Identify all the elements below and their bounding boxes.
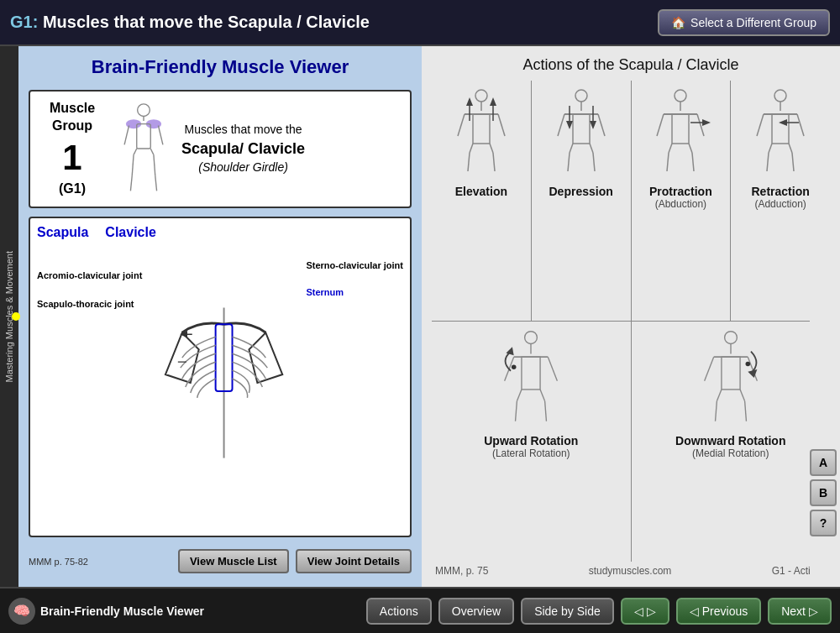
svg-line-38 <box>590 144 593 153</box>
bottom-logo-text: Brain-Friendly Muscle Viewer <box>40 604 204 618</box>
svg-rect-48 <box>672 114 689 144</box>
bottom-logo: 🧠 Brain-Friendly Muscle Viewer <box>8 598 204 625</box>
next-button[interactable]: Next ▷ <box>768 598 832 625</box>
retraction-label: Retraction <box>752 185 810 198</box>
svg-point-57 <box>774 90 786 102</box>
svg-line-36 <box>598 114 605 136</box>
svg-line-8 <box>150 149 154 154</box>
protraction-svg <box>647 87 714 180</box>
svg-line-39 <box>568 153 570 171</box>
svg-line-49 <box>657 114 664 136</box>
retraction-svg <box>747 87 814 180</box>
svg-rect-4 <box>137 124 151 149</box>
svg-point-80 <box>512 364 517 369</box>
svg-line-63 <box>769 144 772 153</box>
anatomy-title-labels: Scapula Clavicle <box>37 225 403 240</box>
muscle-group-description: Muscles that move the Scapula/ Clavicle … <box>181 122 305 175</box>
svg-line-90 <box>744 401 746 421</box>
actions-button[interactable]: Actions <box>366 598 432 625</box>
depression-svg <box>548 87 615 180</box>
muscle-group-id: (G1) <box>39 180 106 198</box>
brain-icon: 🧠 <box>8 598 35 625</box>
svg-line-37 <box>570 144 573 153</box>
svg-point-0 <box>138 104 150 117</box>
action-depression: Depression <box>531 81 631 321</box>
yellow-dot <box>12 312 20 321</box>
next-arrow-icon: ▷ <box>809 604 818 618</box>
svg-line-11 <box>154 155 155 176</box>
svg-line-88 <box>740 390 745 401</box>
view-muscle-list-button[interactable]: View Muscle List <box>178 549 289 573</box>
left-action-buttons: View Muscle List View Joint Details <box>178 549 412 573</box>
svg-line-21 <box>458 114 465 136</box>
muscle-group-label: MuscleGroup <box>50 101 95 133</box>
depression-figure <box>548 87 615 180</box>
nav-arrows-button[interactable]: ◁ ▷ <box>621 598 669 625</box>
svg-point-31 <box>575 90 587 102</box>
elevation-figure <box>448 87 515 180</box>
svg-line-64 <box>789 144 792 153</box>
svg-line-40 <box>593 153 595 171</box>
button-a[interactable]: A <box>810 449 837 476</box>
side-by-side-button[interactable]: Side by Side <box>521 598 614 625</box>
anatomy-left-labels: Acromio-clavicular joint Scapulo-thoraci… <box>37 243 142 522</box>
button-b[interactable]: B <box>810 479 837 506</box>
actions-top-row: Elevation <box>432 81 830 322</box>
scapulothoracic-label: Scapulo-thoracic joint <box>37 297 142 311</box>
svg-line-89 <box>715 401 717 421</box>
svg-marker-56 <box>702 119 711 126</box>
muscle-group-number: 1 <box>39 135 106 181</box>
previous-arrow-icon: ◁ <box>690 604 699 618</box>
svg-line-75 <box>517 390 522 401</box>
svg-line-62 <box>797 114 804 136</box>
view-joint-details-button[interactable]: View Joint Details <box>296 549 412 573</box>
svg-line-23 <box>470 144 473 153</box>
muscle-figure <box>114 102 173 195</box>
button-help[interactable]: ? <box>810 510 837 536</box>
left-panel: Brain-Friendly Muscle Viewer MuscleGroup… <box>18 46 422 587</box>
svg-line-22 <box>498 114 505 136</box>
svg-rect-84 <box>722 357 740 390</box>
svg-marker-44 <box>590 121 596 129</box>
svg-line-54 <box>692 153 694 171</box>
elevation-svg <box>448 87 515 180</box>
svg-line-85 <box>704 357 713 381</box>
overview-button[interactable]: Overview <box>438 598 514 625</box>
svg-rect-60 <box>772 114 789 144</box>
upward-rotation-svg <box>489 328 573 429</box>
anatomy-svg-area <box>149 243 299 522</box>
left-panel-bottom: MMM p. 75-82 View Muscle List View Joint… <box>29 546 412 577</box>
svg-line-74 <box>549 357 558 381</box>
upward-rotation-label: Upward Rotation <box>484 434 578 447</box>
svg-marker-30 <box>490 97 496 106</box>
svg-marker-42 <box>566 121 573 129</box>
svg-line-6 <box>158 126 163 145</box>
svg-line-51 <box>669 144 672 153</box>
downward-rotation-sublabel: (Medial Rotation) <box>692 447 769 459</box>
protraction-figure <box>647 87 714 180</box>
panel-title: Brain-Friendly Muscle Viewer <box>29 56 412 78</box>
right-arrow-icon: ▷ <box>647 604 656 618</box>
next-label: Next <box>781 604 806 618</box>
retraction-figure <box>747 87 814 180</box>
acromioclavicular-label: Acromio-clavicular joint <box>37 269 142 283</box>
anatomy-diagram: Acromio-clavicular joint Scapulo-thoraci… <box>37 243 403 522</box>
anatomy-svg <box>149 243 299 522</box>
svg-line-61 <box>757 114 764 136</box>
svg-point-92 <box>745 362 750 367</box>
footer-reference: MMM, p. 75 <box>435 565 488 577</box>
side-buttons: A B ? <box>810 46 840 587</box>
svg-line-53 <box>667 153 669 171</box>
svg-line-10 <box>130 176 132 191</box>
downward-rotation-svg <box>689 328 773 429</box>
home-icon: 🏠 <box>671 16 685 29</box>
select-group-button[interactable]: 🏠 Select a Different Group <box>658 9 830 36</box>
action-downward-rotation: Downward Rotation (Medial Rotation) <box>631 322 831 562</box>
svg-line-5 <box>124 126 129 145</box>
svg-line-87 <box>717 390 722 401</box>
svg-line-66 <box>792 153 794 171</box>
svg-line-24 <box>490 144 493 153</box>
shoulder-girdle-text: (Shoulder Girdle) <box>181 160 305 176</box>
previous-button[interactable]: ◁ Previous <box>676 598 761 625</box>
downward-rotation-label: Downward Rotation <box>675 434 785 447</box>
